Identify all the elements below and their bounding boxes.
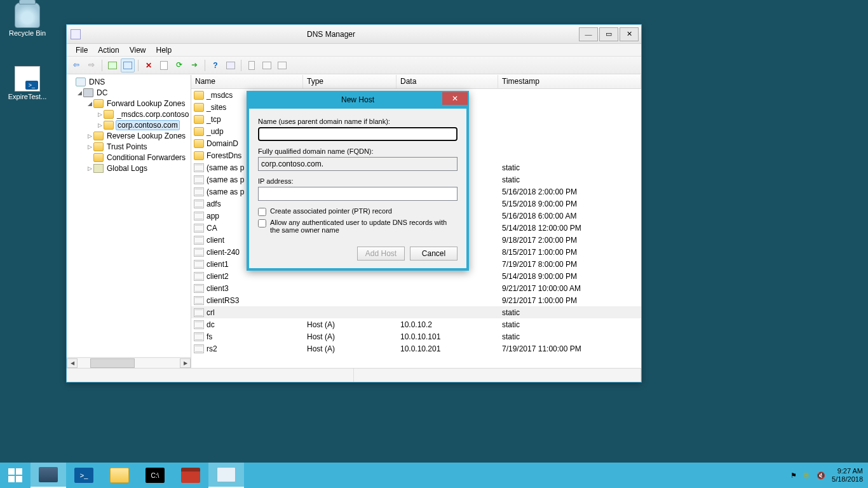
list-row[interactable]: dcHost (A)10.0.10.2static bbox=[191, 318, 641, 330]
dialog-close-button[interactable]: ✕ bbox=[442, 92, 468, 105]
list-row[interactable]: rs2Host (A)10.0.10.2017/19/2017 11:00:00… bbox=[191, 342, 641, 355]
auth-checkbox[interactable] bbox=[258, 219, 266, 227]
tray-clock[interactable]: 9:27 AM 5/18/2018 bbox=[832, 467, 863, 484]
tree-server-dc[interactable]: ◢DC bbox=[68, 87, 191, 98]
record-icon bbox=[194, 296, 204, 305]
tree-conditional-forwarders[interactable]: Conditional Forwarders bbox=[68, 152, 191, 163]
name-input[interactable] bbox=[258, 127, 458, 141]
new-record-button[interactable] bbox=[224, 58, 238, 72]
close-button[interactable]: ✕ bbox=[620, 27, 639, 41]
folder-icon bbox=[93, 142, 104, 151]
taskbar-toolbox[interactable] bbox=[173, 463, 208, 488]
delete-button[interactable]: ✕ bbox=[142, 58, 156, 72]
recycle-bin-icon bbox=[15, 3, 40, 28]
scroll-thumb[interactable] bbox=[90, 358, 135, 368]
cell-name: _tcp bbox=[207, 115, 221, 124]
tree[interactable]: DNS ◢DC ◢Forward Lookup Zones ▷_msdcs.co… bbox=[67, 75, 191, 357]
add-host-button[interactable]: Add Host bbox=[357, 247, 405, 261]
desktop-icon-recycle-bin[interactable]: Recycle Bin bbox=[5, 3, 50, 37]
new-host-dialog: New Host ✕ Name (uses parent domain name… bbox=[247, 91, 469, 271]
list-header[interactable]: Name Type Data Timestamp bbox=[191, 75, 641, 89]
folder-icon bbox=[104, 110, 114, 119]
scroll-right-button[interactable]: ▶ bbox=[180, 358, 191, 368]
new-window-button[interactable] bbox=[105, 58, 119, 72]
ptr-checkbox-label[interactable]: Create associated pointer (PTR) record bbox=[258, 207, 458, 216]
dialog-titlebar[interactable]: New Host ✕ bbox=[247, 91, 469, 109]
tree-zone-corp-contoso[interactable]: ▷corp.contoso.com bbox=[68, 119, 191, 130]
help-button[interactable]: ? bbox=[208, 58, 222, 72]
cell-name: client-240 bbox=[207, 248, 240, 257]
tree-forward-lookup-zones[interactable]: ◢Forward Lookup Zones bbox=[68, 98, 191, 109]
hide-console-tree-button[interactable] bbox=[121, 58, 135, 72]
new-zone-button[interactable] bbox=[245, 58, 259, 72]
column-header-name[interactable]: Name bbox=[191, 75, 303, 88]
dns-icon bbox=[76, 78, 86, 86]
desktop-icon-expiretest[interactable]: ExpireTest... bbox=[5, 66, 50, 100]
forward-button[interactable]: ⇨ bbox=[85, 58, 98, 72]
desktop-icon-label: Recycle Bin bbox=[5, 29, 50, 37]
list-row[interactable]: client39/21/2017 10:00:00 AM bbox=[191, 282, 641, 294]
cell-name: dc bbox=[207, 320, 215, 329]
list-row[interactable]: clientRS39/21/2017 1:00:00 PM bbox=[191, 294, 641, 306]
record-icon bbox=[194, 284, 204, 293]
folder-icon bbox=[194, 139, 204, 148]
volume-muted-icon[interactable]: 🔇 bbox=[817, 471, 825, 480]
taskbar-dns-manager[interactable] bbox=[208, 463, 244, 488]
record-icon bbox=[194, 187, 204, 196]
tree-pane: DNS ◢DC ◢Forward Lookup Zones ▷_msdcs.co… bbox=[67, 75, 191, 368]
ptr-checkbox[interactable] bbox=[258, 208, 266, 216]
record-icon bbox=[194, 248, 204, 257]
auth-checkbox-label[interactable]: Allow any authenticated user to update D… bbox=[258, 219, 458, 234]
tree-trust-points[interactable]: ▷Trust Points bbox=[68, 141, 191, 152]
taskbar-cmd[interactable]: C:\ bbox=[137, 463, 173, 488]
flag-icon[interactable]: ⚑ bbox=[790, 471, 797, 480]
tree-horizontal-scrollbar[interactable]: ◀ ▶ bbox=[67, 357, 191, 368]
cancel-button[interactable]: Cancel bbox=[410, 247, 458, 261]
server-manager-icon bbox=[39, 467, 58, 482]
menu-file[interactable]: File bbox=[71, 44, 93, 56]
titlebar[interactable]: DNS Manager — ▭ ✕ bbox=[67, 25, 641, 44]
scroll-track[interactable] bbox=[78, 358, 180, 368]
taskbar-explorer[interactable] bbox=[102, 463, 137, 488]
list-row[interactable]: fsHost (A)10.0.10.101static bbox=[191, 330, 641, 342]
dns-button[interactable] bbox=[275, 58, 289, 72]
cell-timestamp: 9/18/2017 2:00:00 PM bbox=[498, 236, 641, 245]
shield-icon[interactable]: ⛨ bbox=[803, 471, 810, 479]
filter-button[interactable] bbox=[260, 58, 274, 72]
record-icon bbox=[194, 332, 204, 341]
column-header-timestamp[interactable]: Timestamp bbox=[498, 75, 641, 88]
scroll-left-button[interactable]: ◀ bbox=[67, 358, 78, 368]
cell-timestamp: static bbox=[498, 175, 641, 184]
column-header-data[interactable]: Data bbox=[397, 75, 498, 88]
list-row[interactable]: crlstatic bbox=[191, 306, 641, 318]
menu-help[interactable]: Help bbox=[151, 44, 177, 56]
start-button[interactable] bbox=[0, 463, 31, 488]
refresh-button[interactable]: ⟳ bbox=[172, 58, 186, 72]
tree-zone-msdcs[interactable]: ▷_msdcs.corp.contoso bbox=[68, 109, 191, 119]
cell-timestamp: static bbox=[498, 332, 641, 341]
cell-timestamp: 5/14/2018 9:00:00 PM bbox=[498, 272, 641, 281]
dns-manager-icon bbox=[217, 467, 236, 482]
export-button[interactable]: ➜ bbox=[187, 58, 201, 72]
column-header-type[interactable]: Type bbox=[303, 75, 397, 88]
tree-reverse-lookup-zones[interactable]: ▷Reverse Lookup Zones bbox=[68, 130, 191, 141]
cell-timestamp: static bbox=[498, 320, 641, 329]
tree-global-logs[interactable]: ▷Global Logs bbox=[68, 163, 191, 173]
menu-view[interactable]: View bbox=[125, 44, 151, 56]
maximize-button[interactable]: ▭ bbox=[599, 27, 618, 41]
cell-data: 10.0.10.101 bbox=[397, 332, 498, 341]
cell-name: adfs bbox=[207, 200, 221, 208]
menu-action[interactable]: Action bbox=[93, 44, 124, 56]
back-button[interactable]: ⇦ bbox=[69, 58, 83, 72]
record-icon bbox=[194, 175, 204, 184]
taskbar-powershell[interactable]: >_ bbox=[66, 463, 102, 488]
list-row[interactable]: client25/14/2018 9:00:00 PM bbox=[191, 270, 641, 282]
auth-checkbox-text: Allow any authenticated user to update D… bbox=[270, 219, 458, 234]
minimize-button[interactable]: — bbox=[579, 27, 598, 41]
tree-root-dns[interactable]: DNS bbox=[68, 76, 191, 87]
properties-button[interactable] bbox=[157, 58, 171, 72]
powershell-icon: >_ bbox=[74, 468, 93, 483]
taskbar-server-manager[interactable] bbox=[31, 463, 66, 488]
ip-input[interactable] bbox=[258, 187, 458, 201]
folder-icon bbox=[194, 115, 204, 124]
